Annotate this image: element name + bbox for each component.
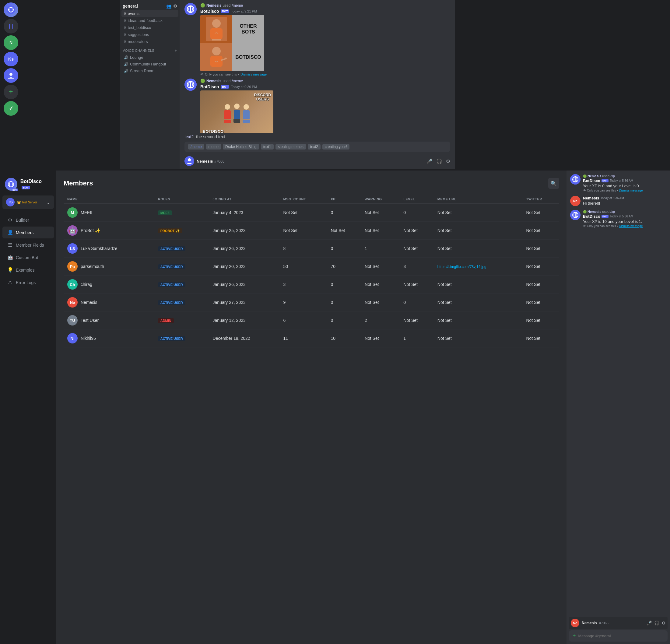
right-mic-icon[interactable]: 🎤 [646, 620, 652, 626]
member-name-text: MEE6 [81, 210, 92, 215]
right-dismiss-link-1[interactable]: Dismiss message [619, 189, 643, 192]
nav-item-builder[interactable]: ⚙ Builder [2, 214, 54, 226]
right-user-avatar-bar: Ne [571, 619, 579, 627]
channel-item-suggestions[interactable]: # suggestions [121, 31, 178, 38]
message-timestamp-1: Today at 9:21 PM [231, 10, 257, 13]
right-add-icon[interactable]: + [573, 633, 576, 639]
right-bot-badge-1: BOT [602, 179, 608, 182]
right-command-1: /xp [610, 174, 615, 178]
server-icon-compass[interactable]: ✓ [4, 101, 18, 116]
settings-icon-user[interactable]: ⚙ [446, 158, 450, 164]
voice-channel-label: Lounge [130, 55, 143, 60]
message-timestamp-2: Today at 9:26 PM [231, 85, 257, 89]
botdisco-name: BotDisco [200, 9, 219, 14]
command-tag-meme: /meme [188, 144, 204, 149]
voice-channel-lounge[interactable]: 🔊 Lounge [121, 54, 178, 61]
right-dismiss-bar-1: 👁 Only you can see this • Dismiss messag… [583, 189, 666, 192]
drake-top-left [200, 15, 232, 43]
nav-item-examples[interactable]: 💡 Examples [2, 264, 54, 276]
member-level: Not Set [400, 240, 434, 258]
member-level: Not Set [400, 276, 434, 293]
right-used-command-3: 🟢 Nemesis used /xp [583, 210, 666, 213]
member-name-text: chirag [81, 282, 92, 287]
member-xp: 0 [327, 312, 361, 329]
server-icon-list: ||| N Ks + ✓ [0, 0, 22, 169]
col-xp: XP [327, 195, 361, 204]
server-selector[interactable]: TS 👑 Test Server ⌄ [2, 196, 54, 209]
server-icon-botdisco[interactable] [4, 2, 18, 17]
col-warning: WARNING [361, 195, 400, 204]
member-msg: 50 [280, 258, 327, 276]
member-meme: Not Set [434, 240, 523, 258]
member-role-cell: ACTIVE USER [154, 293, 209, 312]
member-name-inner: LS Luka Samkharadze [67, 243, 151, 254]
svg-point-11 [212, 19, 221, 28]
server-icon-add[interactable]: + [4, 85, 18, 99]
dismiss-link-1[interactable]: Dismiss message [240, 73, 267, 76]
nav-item-error-logs[interactable]: ⚠ Error Logs [2, 276, 54, 288]
right-headphones-icon[interactable]: 🎧 [654, 620, 659, 626]
member-warning: 2 [361, 312, 400, 329]
right-chat-input-area: Ne Nemesis #7066 🎤 🎧 ⚙ + [566, 615, 670, 644]
nav-item-member-fields[interactable]: ☰ Member Fields [2, 239, 54, 251]
right-bot-badge-3: BOT [602, 215, 608, 218]
meme-other-bots-text: OTHER BOTS [234, 23, 263, 35]
add-voice-channel-icon[interactable]: + [174, 48, 177, 53]
member-role-cell: ACTIVE USER [154, 258, 209, 276]
members-table: NAME ROLES JOINED AT MSG_COUNT XP WARNIN… [64, 195, 559, 347]
nav-item-members[interactable]: 👤 Members [2, 226, 54, 238]
member-role-cell: ADMIN [154, 312, 209, 329]
chat-messages: 🟢 Nemesis used /meme BotDisco BOT Today … [179, 0, 455, 133]
role-badge-active: ACTIVE USER [158, 264, 185, 269]
nav-item-custom-bot[interactable]: 🤖 Custom Bot [2, 251, 54, 263]
channel-item-ideas[interactable]: # ideas-and-feedback [121, 17, 178, 24]
channel-header-icons: 👥 ⚙ [166, 4, 177, 9]
member-twitter: Not Set [522, 240, 559, 258]
search-button[interactable]: 🔍 [548, 178, 559, 189]
channel-item-events[interactable]: # events [121, 10, 178, 17]
meme-url-link[interactable]: https://i.imgflip.com/78vj14.jpg [438, 265, 486, 269]
server-icon-ks[interactable]: Ks [4, 52, 18, 66]
channel-item-testbot[interactable]: # test_botdisco [121, 24, 178, 31]
channel-item-moderators[interactable]: # moderators [121, 38, 178, 45]
voice-channel-label: Community Hangout [130, 62, 166, 66]
server-selector-label: 👑 Test Server [17, 201, 44, 204]
member-level: 0 [400, 204, 434, 222]
right-msg-time-1: Today at 5:36 AM [610, 179, 633, 182]
user-input-area: Nemesis #7066 🎤 🎧 ⚙ [179, 154, 455, 169]
right-dismiss-link-3[interactable]: Dismiss message [619, 224, 643, 228]
svg-point-25 [188, 158, 191, 161]
nav-label-builder: Builder [16, 218, 29, 223]
used-command-2: 🟢 Nemesis used /meme [200, 79, 450, 83]
member-warning: 1 [361, 240, 400, 258]
dismiss-bar-1: 👁 Only you can see this • Dismiss messag… [200, 73, 450, 76]
headphones-icon[interactable]: 🎧 [436, 158, 442, 164]
bot-badge-2: BOT [221, 85, 229, 89]
member-joined: January 27, 2023 [209, 293, 280, 312]
member-level: 3 [400, 258, 434, 276]
server-icon-bar[interactable]: ||| [4, 19, 18, 34]
voice-section-header: VOICE CHANNELS + [120, 45, 179, 54]
member-joined: January 26, 2023 [209, 276, 280, 293]
settings-icon[interactable]: ⚙ [173, 4, 177, 9]
member-name-cell: M MEE6 [64, 204, 154, 222]
col-level: LEVEL [400, 195, 434, 204]
microphone-icon[interactable]: 🎤 [427, 158, 432, 164]
members-icon[interactable]: 👥 [166, 4, 171, 9]
server-icon-n[interactable]: N [4, 35, 18, 50]
table-row: M MEE6 MEE6 January 4, 2023 Not Set 0 No… [64, 204, 559, 222]
member-avatar-parselmouth: Pa [67, 261, 78, 272]
right-msg-group-1: 🟢 Nemesis used /xp BotDisco BOT Today at… [570, 174, 666, 192]
right-settings-icon[interactable]: ⚙ [662, 620, 666, 626]
table-row: Pa parselmouth ACTIVE USER January 20, 2… [64, 258, 559, 276]
member-joined: January 4, 2023 [209, 204, 280, 222]
right-user-link-1: Nemesis [588, 174, 601, 178]
voice-channel-community[interactable]: 🔊 Community Hangout [121, 61, 178, 67]
server-icon-user[interactable] [4, 68, 18, 83]
right-message-input[interactable] [578, 634, 664, 638]
voice-channel-stream[interactable]: 🔊 Stream Room [121, 68, 178, 74]
right-user-tag-bar: #7066 [599, 621, 608, 625]
right-bot-avatar-1 [570, 174, 580, 185]
member-warning: Not Set [361, 204, 400, 222]
table-row: TU Test User ADMIN January 12, 2023 6 0 … [64, 312, 559, 329]
